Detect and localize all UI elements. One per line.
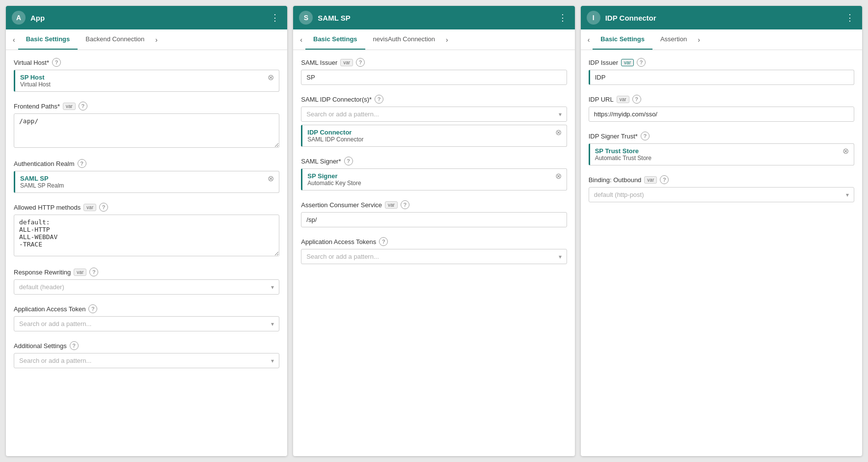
assertion-consumer-input[interactable]: [301, 212, 567, 227]
app-panel: A App ⋮ ‹ Basic Settings Backend Connect…: [6, 6, 287, 456]
frontend-paths-help[interactable]: ?: [79, 102, 87, 110]
saml-signer-help[interactable]: ?: [344, 157, 353, 165]
app-title: App: [30, 14, 264, 22]
additional-settings-help[interactable]: ?: [70, 341, 79, 350]
idp-signer-trust-field: IDP Signer Trust* ? SP Trust Store Autom…: [589, 132, 854, 165]
binding-outbound-label: Binding: Outbound var ?: [589, 175, 854, 184]
saml-idp-connectors-search[interactable]: Search or add a pattern... ▾: [301, 107, 567, 122]
auth-realm-linked-sub: SAML SP Realm: [20, 182, 64, 189]
idp-connector-tab-prev[interactable]: ‹: [585, 34, 593, 46]
app-access-token-arrow: ▾: [271, 321, 274, 327]
virtual-host-label: Virtual Host* ?: [14, 58, 279, 67]
app-tab-backend-connection[interactable]: Backend Connection: [78, 29, 152, 50]
allowed-http-input[interactable]: default: ALL-HTTP ALL-WEBDAV -TRACE: [14, 215, 279, 256]
idp-url-var[interactable]: var: [617, 96, 629, 103]
idp-connector-tabs: ‹ Basic Settings Assertion ›: [581, 29, 862, 50]
idp-issuer-input[interactable]: [589, 70, 854, 85]
app-menu-button[interactable]: ⋮: [269, 10, 281, 25]
app-access-token-search[interactable]: Search or add a pattern... ▾: [14, 316, 279, 331]
idp-connector-tab-next[interactable]: ›: [695, 34, 703, 46]
assertion-consumer-label: Assertion Consumer Service var ?: [301, 200, 567, 209]
response-rewriting-arrow: ▾: [271, 284, 274, 291]
auth-realm-linked[interactable]: SAML SP SAML SP Realm ⊗: [14, 171, 279, 193]
additional-settings-search[interactable]: Search or add a pattern... ▾: [14, 353, 279, 368]
saml-issuer-var[interactable]: var: [340, 59, 353, 66]
frontend-paths-input[interactable]: /app/: [14, 113, 279, 148]
auth-realm-clear[interactable]: ⊗: [268, 175, 274, 183]
saml-sp-menu-button[interactable]: ⋮: [556, 10, 569, 25]
saml-sp-title: SAML SP: [318, 14, 551, 22]
saml-idp-linked[interactable]: IDP Connector SAML IDP Connector ⊗: [301, 125, 567, 147]
allowed-http-var[interactable]: var: [83, 204, 96, 211]
idp-url-field: IDP URL var ?: [589, 95, 854, 122]
allowed-http-help[interactable]: ?: [99, 203, 108, 212]
idp-signer-trust-linked-label: SP Trust Store: [595, 147, 651, 155]
idp-url-input[interactable]: [589, 107, 854, 122]
virtual-host-field: Virtual Host* ? SP Host Virtual Host ⊗: [14, 58, 279, 92]
saml-issuer-label: SAML Issuer var ?: [301, 58, 567, 67]
idp-connector-title: IDP Connector: [605, 14, 839, 22]
saml-signer-linked-sub: Automatic Key Store: [307, 180, 361, 187]
app-access-tokens-search[interactable]: Search or add a pattern... ▾: [301, 249, 567, 264]
saml-idp-clear[interactable]: ⊗: [555, 129, 562, 136]
idp-url-help[interactable]: ?: [632, 95, 641, 104]
saml-idp-linked-label: IDP Connector: [307, 129, 363, 136]
response-rewriting-help[interactable]: ?: [89, 268, 98, 276]
saml-sp-tab-nevisauth[interactable]: nevisAuth Connection: [365, 29, 443, 50]
saml-sp-tab-basic-settings[interactable]: Basic Settings: [305, 29, 365, 50]
binding-outbound-dropdown[interactable]: default (http-post) ▾: [589, 187, 854, 202]
app-access-token-placeholder: Search or add a pattern...: [19, 320, 91, 327]
app-tab-next[interactable]: ›: [152, 34, 161, 46]
assertion-consumer-var[interactable]: var: [385, 201, 398, 209]
app-tab-basic-settings[interactable]: Basic Settings: [18, 29, 78, 50]
response-rewriting-var[interactable]: var: [74, 269, 86, 276]
idp-signer-trust-help[interactable]: ?: [641, 132, 650, 140]
virtual-host-linked-label: SP Host: [20, 74, 51, 81]
binding-outbound-var[interactable]: var: [644, 176, 657, 184]
saml-idp-connectors-help[interactable]: ?: [375, 95, 383, 104]
response-rewriting-dropdown[interactable]: default (header) ▾: [14, 279, 279, 295]
idp-signer-trust-label: IDP Signer Trust* ?: [589, 132, 854, 140]
saml-signer-clear[interactable]: ⊗: [555, 172, 562, 180]
additional-settings-label: Additional Settings ?: [14, 341, 279, 350]
frontend-paths-var[interactable]: var: [63, 103, 76, 110]
app-access-tokens-placeholder: Search or add a pattern...: [306, 253, 379, 260]
frontend-paths-field: Frontend Paths* var ? /app/: [14, 102, 279, 149]
saml-issuer-field: SAML Issuer var ?: [301, 58, 567, 85]
app-tab-prev[interactable]: ‹: [10, 34, 18, 46]
binding-outbound-help[interactable]: ?: [660, 175, 669, 184]
idp-url-label: IDP URL var ?: [589, 95, 854, 104]
binding-outbound-value: default (http-post): [594, 191, 644, 198]
app-panel-body: Virtual Host* ? SP Host Virtual Host ⊗ F…: [6, 50, 287, 456]
allowed-http-field: Allowed HTTP methods var ? default: ALL-…: [14, 203, 279, 258]
app-access-tokens-help[interactable]: ?: [379, 237, 388, 246]
auth-realm-label: Authentication Realm ?: [14, 159, 279, 168]
idp-issuer-field: IDP Issuer var ?: [589, 58, 854, 85]
idp-connector-panel-body: IDP Issuer var ? IDP URL var ? IDP Signe…: [581, 50, 862, 456]
idp-issuer-var[interactable]: var: [621, 59, 634, 66]
saml-signer-linked[interactable]: SP Signer Automatic Key Store ⊗: [301, 168, 567, 190]
idp-connector-tab-assertion[interactable]: Assertion: [652, 29, 695, 50]
auth-realm-field: Authentication Realm ? SAML SP SAML SP R…: [14, 159, 279, 193]
app-access-token-help[interactable]: ?: [88, 304, 97, 313]
virtual-host-clear[interactable]: ⊗: [268, 74, 274, 82]
saml-sp-tab-next[interactable]: ›: [443, 34, 451, 46]
saml-sp-panel-body: SAML Issuer var ? SAML IDP Connector(s)*…: [293, 50, 574, 456]
app-panel-header: A App ⋮: [6, 6, 287, 29]
saml-issuer-input[interactable]: [301, 70, 567, 85]
saml-issuer-help[interactable]: ?: [356, 58, 365, 67]
idp-signer-trust-linked-sub: Automatic Trust Store: [595, 155, 651, 162]
assertion-consumer-help[interactable]: ?: [401, 200, 409, 209]
idp-issuer-help[interactable]: ?: [637, 58, 646, 67]
idp-connector-menu-button[interactable]: ⋮: [843, 10, 856, 25]
idp-signer-trust-clear[interactable]: ⊗: [842, 147, 849, 155]
saml-sp-tab-prev[interactable]: ‹: [297, 34, 305, 46]
app-access-tokens-field: Application Access Tokens ? Search or ad…: [301, 237, 567, 264]
saml-signer-label: SAML Signer* ?: [301, 157, 567, 165]
saml-signer-field: SAML Signer* ? SP Signer Automatic Key S…: [301, 157, 567, 190]
idp-connector-tab-basic-settings[interactable]: Basic Settings: [593, 29, 652, 50]
virtual-host-linked[interactable]: SP Host Virtual Host ⊗: [14, 70, 279, 92]
auth-realm-help[interactable]: ?: [78, 159, 86, 168]
idp-signer-trust-linked[interactable]: SP Trust Store Automatic Trust Store ⊗: [589, 143, 854, 165]
virtual-host-help[interactable]: ?: [52, 58, 61, 67]
